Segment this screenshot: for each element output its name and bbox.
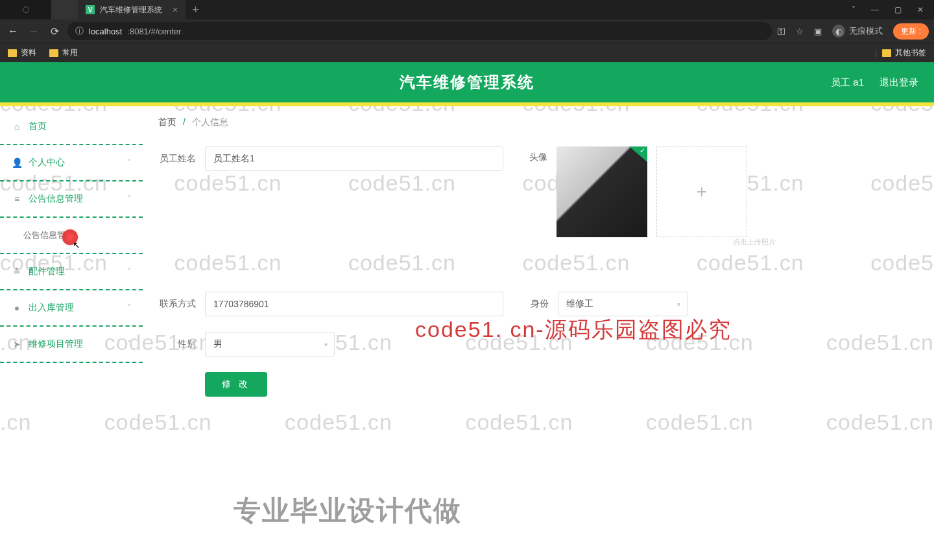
close-icon[interactable]: ×	[173, 5, 178, 15]
url-input[interactable]: ⓘ localhost:8081/#/center	[67, 22, 772, 40]
chevron-down-icon: ˅	[127, 267, 131, 276]
sidebar-item-inventory[interactable]: ● 出入库管理 ˅	[0, 290, 143, 327]
role-select[interactable]: 维修工 ▾	[558, 292, 688, 316]
home-icon: ⌂	[12, 121, 22, 132]
chevron-up-icon: ˄	[127, 194, 131, 204]
window-controls: ˅ — ▢ ✕	[852, 5, 934, 14]
avatar-label: 头像	[529, 146, 547, 163]
cursor-icon: ↖	[73, 240, 80, 250]
breadcrumb-current: 个人信息	[192, 117, 228, 127]
chevron-down-icon: ˅	[127, 340, 131, 349]
sliders-icon: ≛	[12, 266, 22, 277]
sidebar-item-repair[interactable]: ➤ 维修项目管理 ˅	[0, 327, 143, 363]
logout-link[interactable]: 退出登录	[880, 76, 918, 89]
other-bookmarks[interactable]: 其他书签	[882, 47, 926, 58]
vue-icon: V	[86, 5, 95, 14]
minimize-icon[interactable]: —	[871, 5, 879, 14]
watermark-overlay-1: code51. cn-源码乐园盗图必究	[415, 315, 732, 345]
incognito-icon: ◐	[832, 25, 845, 38]
gender-select[interactable]: 男 ▾	[205, 332, 335, 356]
key-icon[interactable]: ⚿	[777, 27, 785, 36]
browser-chrome: V 汽车维修管理系统 × + ˅ — ▢ ✕ ← → ⟳ ⓘ localhost…	[0, 0, 934, 62]
upload-button[interactable]: +	[656, 146, 747, 237]
user-label[interactable]: 员工 a1	[831, 76, 864, 89]
role-label: 身份	[529, 298, 549, 310]
watermark-overlay-2: 专业毕业设计代做	[234, 493, 462, 529]
address-bar: ← → ⟳ ⓘ localhost:8081/#/center ⚿ ☆ ▣ ◐ …	[0, 19, 934, 43]
chevron-down-icon: ▾	[677, 301, 680, 308]
folder-icon	[49, 49, 58, 57]
sidebar-item-parts[interactable]: ≛ 配件管理 ˅	[0, 254, 143, 290]
name-label: 员工姓名	[158, 153, 196, 165]
sidebar-item-announcements[interactable]: ≡ 公告信息管理 ˄	[0, 181, 143, 218]
tab-bar: V 汽车维修管理系统 × + ˅ — ▢ ✕	[0, 0, 934, 19]
incognito-badge: ◐ 无痕模式	[832, 25, 883, 38]
tab-spacer-1	[0, 0, 52, 19]
sidebar-item-profile[interactable]: 👤 个人中心 ˅	[0, 145, 143, 181]
url-path: :8081/#/center	[127, 27, 181, 36]
info-icon[interactable]: ⓘ	[75, 25, 84, 37]
url-host: localhost	[89, 27, 122, 36]
bookmark-1[interactable]: 资料	[8, 47, 36, 58]
close-window-icon[interactable]: ✕	[917, 5, 924, 14]
sidebar-subitem-announcements[interactable]: 公告信息管理 ↖	[0, 218, 143, 254]
sidebar: ⌂ 首页 👤 个人中心 ˅ ≡ 公告信息管理 ˄ 公告信息管理 ↖ ≛ 配件管理	[0, 106, 143, 560]
reload-button[interactable]: ⟳	[47, 23, 62, 39]
chevron-down-icon: ˅	[127, 158, 131, 167]
avatar-preview[interactable]	[557, 146, 647, 237]
bars-icon: ≡	[12, 194, 22, 204]
upload-hint: 点击上传照片	[733, 237, 776, 247]
app-header: 汽车维修管理系统 员工 a1 退出登录	[0, 62, 934, 106]
send-icon: ➤	[12, 339, 22, 349]
breadcrumb-home[interactable]: 首页	[158, 117, 176, 127]
new-tab-button[interactable]: +	[186, 3, 206, 17]
chevron-down-icon: ˅	[127, 303, 131, 312]
gender-label: 性别	[158, 338, 196, 350]
submit-button[interactable]: 修 改	[205, 372, 267, 397]
incognito-label: 无痕模式	[849, 25, 883, 37]
app-title: 汽车维修管理系统	[0, 72, 934, 93]
bookmark-2[interactable]: 常用	[49, 47, 78, 58]
folder-icon	[882, 49, 891, 57]
update-button[interactable]: 更新 :	[893, 23, 929, 40]
chevron-down-icon[interactable]: ˅	[852, 5, 856, 14]
bookmarks-bar: 资料 常用 | 其他书签	[0, 43, 934, 62]
avatar-image	[557, 146, 647, 237]
phone-label: 联系方式	[158, 298, 196, 310]
name-input[interactable]	[205, 146, 503, 171]
dot-icon: ●	[12, 303, 22, 313]
phone-input[interactable]	[205, 292, 503, 316]
browser-tab-active[interactable]: V 汽车维修管理系统 ×	[78, 0, 186, 19]
maximize-icon[interactable]: ▢	[894, 5, 902, 14]
app-root: code51.cncode51.cncode51.cncode51.cncode…	[0, 62, 934, 560]
extension-icon[interactable]: ▣	[814, 27, 822, 36]
breadcrumb: 首页 / 个人信息	[158, 117, 918, 128]
back-button[interactable]: ←	[5, 23, 21, 39]
user-icon: 👤	[12, 158, 22, 168]
forward-button[interactable]: →	[26, 23, 42, 39]
chevron-down-icon: ▾	[324, 341, 328, 348]
tab-title: 汽车维修管理系统	[100, 5, 162, 16]
star-icon[interactable]: ☆	[796, 27, 804, 36]
content-area: 首页 / 个人信息 员工姓名 头像 + 点击上传照片	[143, 106, 934, 560]
folder-icon	[8, 49, 17, 57]
tab-spacer-2	[52, 0, 78, 19]
sidebar-item-home[interactable]: ⌂ 首页	[0, 109, 143, 145]
